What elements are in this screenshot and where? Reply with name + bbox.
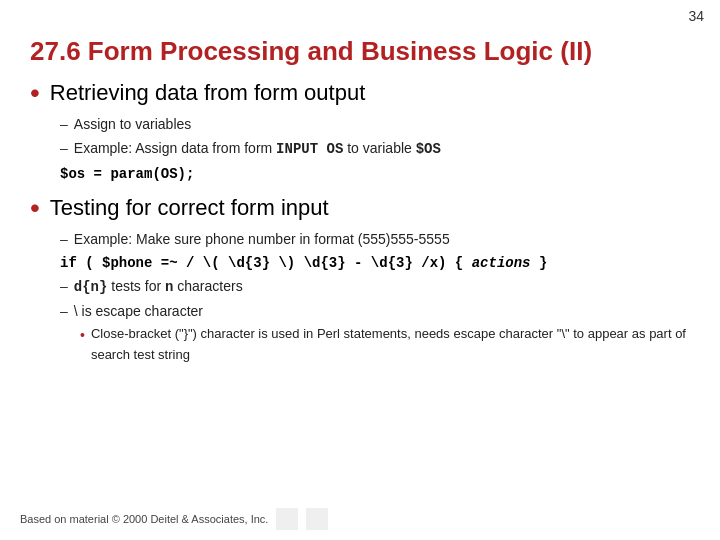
bullet2-subitem2-text: \ is escape character — [74, 300, 203, 324]
code-n: n — [165, 279, 173, 295]
code-var-os: $OS — [416, 141, 441, 157]
code-input-os: INPUT OS — [276, 141, 343, 157]
next-button[interactable] — [306, 508, 328, 530]
dash1: – — [60, 113, 68, 137]
footer-text: Based on material © 2000 Deitel & Associ… — [20, 513, 268, 525]
content-area: • Retrieving data from form output – Ass… — [0, 79, 720, 366]
bullet1-code: $os = param(OS); — [60, 166, 690, 182]
bullet2-subsublist: • Close-bracket ("}") character is used … — [80, 324, 690, 366]
dash3: – — [60, 228, 68, 252]
prev-button[interactable] — [276, 508, 298, 530]
bullet1-item1: – Assign to variables — [60, 113, 690, 137]
main-title: 27.6 Form Processing and Business Logic … — [30, 36, 690, 67]
dash5: – — [60, 300, 68, 324]
bullet2-subsubitem1: • Close-bracket ("}") character is used … — [80, 324, 690, 366]
bullet1-item2-text: Example: Assign data from form INPUT OS … — [74, 137, 441, 162]
bullet2-subitem1: – d{n} tests for n characters — [60, 275, 690, 300]
bullet1-heading-text: Retrieving data from form output — [50, 80, 365, 106]
bullet2-heading-text: Testing for correct form input — [50, 195, 329, 221]
bullet2-item1-text: Example: Make sure phone number in forma… — [74, 228, 450, 252]
page-number: 34 — [688, 8, 704, 24]
bullet1-item1-text: Assign to variables — [74, 113, 192, 137]
bullet2-heading: • Testing for correct form input — [30, 194, 690, 222]
bullet2-dot: • — [30, 194, 40, 222]
bullet1-item2: – Example: Assign data from form INPUT O… — [60, 137, 690, 162]
code-if: if ( $phone =~ / \( \d{3} \) \d{3} - \d{… — [60, 255, 472, 271]
dash4: – — [60, 275, 68, 299]
code-dn: d{n} — [74, 279, 108, 295]
bullet2-subitem2: – \ is escape character — [60, 300, 690, 324]
bullet2-item1: – Example: Make sure phone number in for… — [60, 228, 690, 252]
bullet-small-dot: • — [80, 324, 85, 346]
bullet1-dot: • — [30, 79, 40, 107]
bullet2-sublist2: – d{n} tests for n characters – \ is esc… — [60, 275, 690, 324]
bullet1-sublist: – Assign to variables – Example: Assign … — [60, 113, 690, 162]
bullet2-sublist: – Example: Make sure phone number in for… — [60, 228, 690, 252]
bullet2-code: if ( $phone =~ / \( \d{3} \) \d{3} - \d{… — [60, 255, 690, 271]
code-close: } — [530, 255, 547, 271]
bullet1-heading: • Retrieving data from form output — [30, 79, 690, 107]
code-actions: actions — [472, 255, 531, 271]
dash2: – — [60, 137, 68, 161]
bullet2-subsubitem1-text: Close-bracket ("}") character is used in… — [91, 324, 690, 366]
footer: Based on material © 2000 Deitel & Associ… — [20, 508, 328, 530]
bullet2-subitem1-text: d{n} tests for n characters — [74, 275, 243, 300]
